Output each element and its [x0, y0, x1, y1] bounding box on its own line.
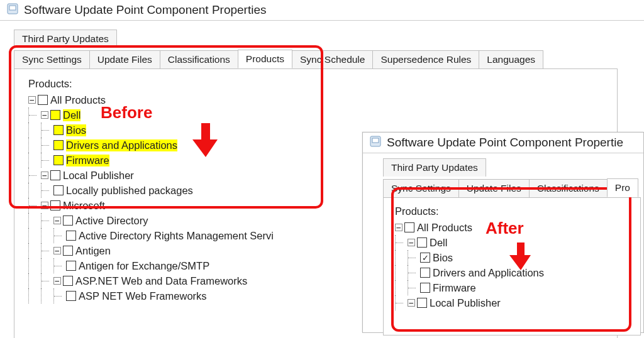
checkbox[interactable] — [417, 237, 427, 248]
expander-icon[interactable]: − — [28, 96, 36, 104]
tab-third-party-updates[interactable]: Third Party Updates — [14, 30, 117, 48]
checkbox[interactable] — [53, 140, 64, 150]
checkbox[interactable] — [420, 283, 430, 293]
checkbox[interactable] — [420, 268, 430, 278]
svg-rect-1 — [9, 6, 16, 10]
tree-item-all-products[interactable]: − All Products — [395, 220, 636, 235]
tree-label: All Products — [417, 222, 472, 234]
checkbox[interactable] — [404, 222, 414, 232]
products-tree-after: − All Products − Dell Bios — [395, 220, 636, 310]
tree-label: Drivers and Applications — [433, 267, 544, 279]
checkbox[interactable] — [417, 298, 427, 308]
tree-label: ASP.NET Web and Data Frameworks — [75, 275, 247, 287]
window-title-after: Software Update Point Component Properti… — [387, 136, 623, 150]
tree-label: Drivers and Applications — [66, 139, 177, 151]
tab-products[interactable]: Products — [238, 50, 292, 68]
tree-label: Antigen — [75, 245, 111, 257]
tab-control-after: Third Party Updates Sync Settings Update… — [383, 178, 643, 335]
tree-item-bios[interactable]: Bios — [395, 250, 636, 265]
tab-row-top: Third Party Updates — [14, 30, 116, 48]
tab-supersedence-rules[interactable]: Supersedence Rules — [372, 50, 479, 68]
expander-icon[interactable]: − — [53, 217, 61, 224]
tab-languages[interactable]: Languages — [479, 50, 543, 68]
app-icon — [369, 135, 382, 150]
checkbox[interactable] — [66, 261, 76, 271]
tab-sync-settings[interactable]: Sync Settings — [383, 179, 459, 197]
tree-label: Active Directory — [75, 215, 148, 227]
tree-item-local-publisher[interactable]: − Local Publisher — [395, 295, 636, 310]
checkbox[interactable] — [50, 170, 60, 180]
checkbox[interactable] — [63, 246, 73, 256]
checkbox[interactable] — [420, 253, 430, 263]
app-icon — [6, 3, 19, 18]
products-label: Products: — [28, 78, 612, 90]
tree-label: Locally published packages — [66, 185, 193, 197]
checkbox[interactable] — [50, 200, 60, 210]
tab-classifications[interactable]: Classifications — [529, 179, 608, 197]
tab-body-after: Products: − All Products − Dell Bios — [383, 197, 641, 335]
checkbox[interactable] — [53, 125, 64, 135]
svg-rect-3 — [372, 138, 379, 143]
tree-label: Active Directory Rights Management Servi — [79, 230, 274, 242]
tree-label: Dell — [430, 237, 447, 249]
after-dialog: Software Update Point Component Properti… — [362, 132, 644, 333]
tree-label: Antigen for Exchange/SMTP — [79, 260, 209, 272]
tree-label: Bios — [66, 124, 86, 136]
tree-item-drivers-apps[interactable]: Drivers and Applications — [395, 265, 636, 280]
checkbox[interactable] — [66, 231, 76, 241]
tab-classifications[interactable]: Classifications — [160, 50, 238, 68]
tree-label: Local Publisher — [63, 170, 134, 182]
tree-label: Dell — [63, 109, 80, 121]
checkbox[interactable] — [38, 95, 48, 105]
tree-label: Firmware — [433, 282, 476, 294]
expander-icon[interactable]: − — [41, 172, 48, 179]
checkbox[interactable] — [53, 185, 64, 195]
expander-icon[interactable]: − — [41, 111, 48, 119]
tab-sync-schedule[interactable]: Sync Schedule — [292, 50, 373, 68]
checkbox[interactable] — [63, 215, 73, 226]
tab-third-party-updates[interactable]: Third Party Updates — [383, 158, 486, 177]
expander-icon[interactable]: − — [408, 299, 415, 307]
tree-label: All Products — [50, 94, 106, 106]
tree-label: Bios — [433, 252, 453, 264]
window-title: Software Update Point Component Properti… — [24, 3, 267, 17]
tree-item-dell[interactable]: − Dell — [28, 107, 612, 123]
expander-icon[interactable]: − — [53, 247, 61, 254]
checkbox[interactable] — [63, 276, 73, 286]
tree-label: ASP NET Web Frameworks — [79, 290, 207, 302]
tab-update-files[interactable]: Update Files — [458, 179, 530, 197]
expander-icon[interactable]: − — [408, 239, 415, 246]
tree-label: Local Publisher — [430, 297, 501, 309]
checkbox[interactable] — [50, 110, 60, 120]
tab-sync-settings[interactable]: Sync Settings — [14, 50, 90, 68]
tree-label: Microsoft — [63, 200, 105, 212]
tab-row-bottom: Sync Settings Update Files Classificatio… — [14, 50, 644, 68]
checkbox[interactable] — [66, 291, 76, 301]
expander-icon[interactable]: − — [53, 277, 61, 285]
tree-item-firmware[interactable]: Firmware — [395, 280, 636, 295]
tree-item-all-products[interactable]: − All Products — [28, 92, 612, 107]
products-label: Products: — [395, 205, 636, 217]
tree-item-dell[interactable]: − Dell — [395, 235, 636, 250]
checkbox[interactable] — [53, 155, 64, 165]
tab-update-files[interactable]: Update Files — [89, 50, 160, 68]
tab-products[interactable]: Pro — [607, 178, 638, 197]
tree-label: Firmware — [66, 155, 109, 166]
expander-icon[interactable]: − — [41, 202, 48, 209]
titlebar-after: Software Update Point Component Properti… — [363, 133, 643, 153]
expander-icon[interactable]: − — [395, 224, 402, 231]
titlebar: Software Update Point Component Properti… — [0, 0, 644, 21]
